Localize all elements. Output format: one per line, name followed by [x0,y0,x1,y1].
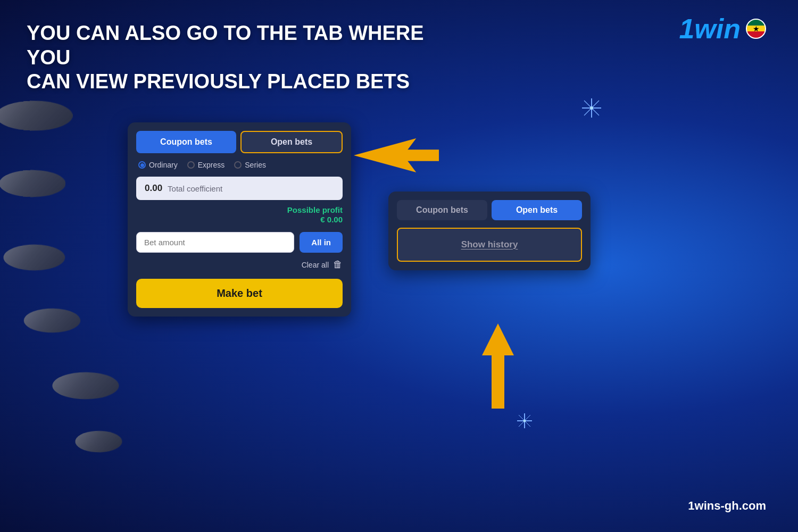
tab-bar-left: Coupon bets Open bets [136,131,343,153]
arrow-left-icon [354,134,439,177]
header-title: YOU CAN ALSO GO TO THE TAB WHERE YOU CAN… [27,21,426,94]
left-betting-panel: Coupon bets Open bets Ordinary Express S… [128,122,351,317]
express-label: Express [198,161,225,169]
make-bet-button[interactable]: Make bet [136,279,343,308]
svg-marker-11 [482,323,514,409]
svg-point-4 [590,106,593,110]
open-bets-tab-right[interactable]: Open bets [492,200,582,220]
profit-value: € 0.00 [320,215,343,224]
trash-icon[interactable]: 🗑 [333,259,343,270]
profit-label: Possible profit [287,205,343,214]
profit-display: Possible profit € 0.00 [136,205,343,225]
bet-type-selector: Ordinary Express Series [136,161,343,169]
coeff-value: 0.00 [145,183,162,194]
ordinary-label: Ordinary [149,161,178,169]
site-url: 1wins-gh.com [688,499,766,513]
logo-text: 1win [679,15,741,43]
tab-bar-right: Coupon bets Open bets [397,200,582,220]
coeff-label: Total coefficient [168,184,222,193]
coupon-bets-tab-right[interactable]: Coupon bets [397,200,487,220]
show-history-box: Show history [397,228,582,262]
express-option[interactable]: Express [187,161,225,169]
ordinary-radio [138,161,146,169]
bet-input-row: All in [136,232,343,253]
svg-point-9 [523,420,526,422]
coupon-bets-tab-left[interactable]: Coupon bets [136,131,236,153]
clear-all-label[interactable]: Clear all [302,261,329,269]
open-bets-tab-left[interactable]: Open bets [240,131,343,153]
sparkle-icon [582,98,601,118]
coefficient-box: 0.00 Total coefficient [136,177,343,200]
ordinary-option[interactable]: Ordinary [138,161,178,169]
series-radio [234,161,242,169]
logo-flag: ★ [746,19,766,39]
logo: 1win ★ [679,15,766,43]
right-betting-panel: Coupon bets Open bets Show history [388,192,591,270]
all-in-button[interactable]: All in [300,232,343,253]
series-option[interactable]: Series [234,161,266,169]
sparkle-icon-2 [517,413,532,428]
svg-marker-10 [354,138,439,172]
arrow-up-icon [477,318,519,414]
express-radio [187,161,195,169]
show-history-button[interactable]: Show history [461,239,518,250]
series-label: Series [245,161,266,169]
clear-row: Clear all 🗑 [136,259,343,270]
bet-amount-input[interactable] [136,232,294,253]
